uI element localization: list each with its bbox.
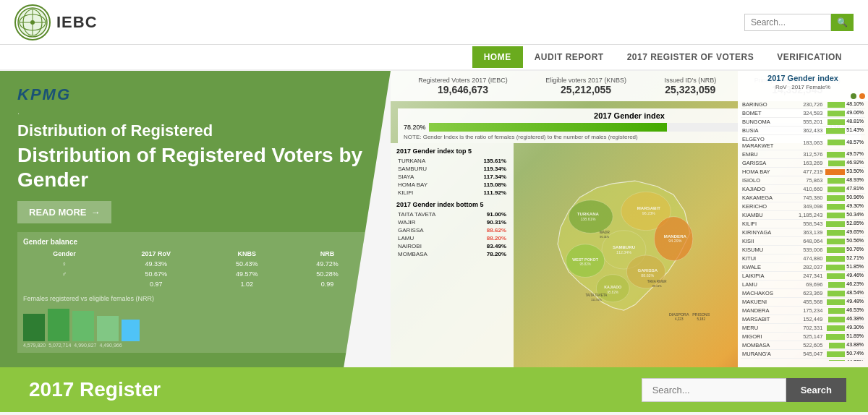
table-row: BUNGOMA555,201 48.81% <box>741 118 865 127</box>
table-row: BOMET324,583 49.06% <box>741 109 865 118</box>
svg-text:PRISONS: PRISONS <box>692 312 710 317</box>
nav-item-verification[interactable]: VERIFICATION <box>765 46 854 68</box>
table-row: GARISSA 88.62% <box>396 226 508 234</box>
green-dot <box>851 93 856 99</box>
table-row: HOMA BAY 115.08% <box>396 181 508 189</box>
table-row: HOMA BAY477,219 53.50% <box>741 168 865 176</box>
table-row: ♀ 49.33% 50.43% 49.72% <box>23 259 367 269</box>
site-title: IEBC <box>56 13 98 32</box>
gender-table: Gender 2017 RoV KNBS NRB ♀ 49.33% 50.43%… <box>23 249 367 289</box>
right-panel: Registered Voters 2017 (IEBC) 19,646,673… <box>391 71 868 367</box>
table-row: BARINGO230,726 48.10% <box>741 100 865 109</box>
svg-text:MARSABIT: MARSABIT <box>637 205 660 210</box>
bottom-title: 2017 Register <box>29 378 161 401</box>
table-row: ELGEYO MARAKWET183,063 48.57% <box>741 135 865 150</box>
bar-5 <box>122 320 140 341</box>
svg-text:GARISSA: GARISSA <box>637 268 658 273</box>
logo-icon <box>14 4 51 40</box>
table-row: BUSIA362,433 51.43% <box>741 127 865 135</box>
table-row: ISIOLO75,863 48.93% <box>741 176 865 185</box>
svg-text:99.11%: 99.11% <box>652 285 663 288</box>
table-row: KITUI474,880 52.71% <box>741 254 865 263</box>
header-right: 🔍 <box>744 14 854 31</box>
table-row: MAKUENI455,568 49.48% <box>741 298 865 307</box>
table-row: EMBU312,576 49.57% <box>741 150 865 159</box>
svg-text:96.23%: 96.23% <box>642 211 655 215</box>
stat-nrb: Issued ID's (NRB) 25,323,059 <box>664 77 716 95</box>
table-row: KWALE282,037 51.85% <box>741 263 865 272</box>
svg-text:88.62%: 88.62% <box>641 273 654 278</box>
bottom5-table: TAITA TAVETA 91.00% WAJIR 90.31% GARISSA… <box>396 210 508 258</box>
bottom-search-input[interactable] <box>642 378 786 402</box>
svg-text:WAJIR: WAJIR <box>600 231 610 234</box>
table-row: NAIROBI 83.49% <box>396 242 508 250</box>
bar-labels: 4,579,820 5,072,714 4,990,827 4,490,966 <box>23 343 367 348</box>
header-search-input[interactable] <box>744 14 831 31</box>
nav-item-audit[interactable]: AUDIT REPORT <box>523 46 616 68</box>
svg-text:MANDERA: MANDERA <box>664 234 687 239</box>
table-row: TURKANA 135.61% <box>396 157 508 165</box>
table-row: MARSABIT152,449 46.38% <box>741 315 865 324</box>
banner-subtitle: Distribution of Registered <box>17 121 373 140</box>
gender-balance-title: Gender balance <box>23 238 367 246</box>
table-row: KILIFI 111.92% <box>396 189 508 197</box>
banner-title: Distribution of Registered Voters by Gen… <box>17 143 373 192</box>
kpmg-logo: KPMG <box>17 85 373 104</box>
bar-2 <box>48 309 69 341</box>
svg-text:SAMBURU: SAMBURU <box>613 244 636 249</box>
svg-text:WEST POKOT: WEST POKOT <box>572 257 599 262</box>
chart-preview: Gender balance Gender 2017 RoV KNBS NRB … <box>17 232 373 353</box>
svg-text:4,223: 4,223 <box>675 317 684 321</box>
svg-text:TAITA TAVETA: TAITA TAVETA <box>585 294 608 297</box>
nav-item-register[interactable]: 2017 REGISTER OF VOTERS <box>616 46 766 68</box>
right-table-subtitle: RoV 2017 Female% <box>741 84 865 90</box>
bar-chart <box>23 305 367 341</box>
table-row: KIRINYAGA363,139 49.65% <box>741 228 865 237</box>
svg-text:95.82%: 95.82% <box>579 262 590 266</box>
svg-text:KAJIADO: KAJIADO <box>604 285 621 289</box>
table-row: MOMBASA522,605 43.88% <box>741 341 865 350</box>
right-table: 2017 Gender index RoV 2017 Female% BARIN… <box>738 71 868 367</box>
stat-iebc: Registered Voters 2017 (IEBC) 19,646,673 <box>418 77 508 95</box>
dot-indicator: . <box>17 107 373 116</box>
table-row: MANDERA175,234 46.53% <box>741 307 865 315</box>
logo-area: IEBC <box>14 4 98 40</box>
table-row: LAIKIPIA247,341 49.46% <box>741 272 865 281</box>
svg-text:TURKANA: TURKANA <box>577 211 600 216</box>
table-row: 0.97 1.02 0.99 <box>23 279 367 289</box>
table-row: KIAMBU1,185,243 50.34% <box>741 211 865 220</box>
table-row: KISUMU539,006 50.76% <box>741 246 865 254</box>
read-more-button[interactable]: READ MORE → <box>17 201 111 223</box>
header-search[interactable]: 🔍 <box>744 14 854 31</box>
bottom-strip: 2017 Register Search <box>0 367 868 412</box>
kenya-map: TURKANA 138.61% MARSABIT 96.23% MANDERA … <box>514 143 734 367</box>
map-data-overlay: 2017 Gender index top 5 TURKANA 135.61% … <box>391 143 734 367</box>
header-search-button[interactable]: 🔍 <box>831 14 854 31</box>
map-svg: TURKANA 138.61% MARSABIT 96.23% MANDERA … <box>514 143 734 367</box>
table-row: MACHAKOS623,369 48.54% <box>741 289 865 298</box>
nav-item-home[interactable]: HOME <box>472 46 523 68</box>
right-table-title: 2017 Gender index <box>741 74 865 82</box>
table-row: MIGORI525,147 51.89% <box>741 333 865 341</box>
table-row: KERICHO349,098 49.30% <box>741 202 865 211</box>
main-banner: KPMG . Distribution of Registered Distri… <box>0 71 868 367</box>
right-table-scroll[interactable]: BARINGO230,726 48.10% BOMET324,583 49.06… <box>741 100 865 361</box>
stat-knbs: Eligible voters 2017 (KNBS) 25,212,055 <box>545 77 626 95</box>
top-bottom-panel: 2017 Gender index top 5 TURKANA 135.61% … <box>391 143 514 367</box>
svg-text:TANA RIVER: TANA RIVER <box>647 280 667 283</box>
table-row: KISII648,064 50.56% <box>741 237 865 246</box>
svg-text:90.31%: 90.31% <box>600 236 610 239</box>
bar-4 <box>97 316 119 341</box>
table-row: GARISSA163,269 46.92% <box>741 159 865 168</box>
table-row: ♂ 50.67% 49.57% 50.28% <box>23 269 367 279</box>
table-row: KAKAMEGA745,380 50.96% <box>741 194 865 202</box>
bottom-search-area: Search <box>642 378 846 402</box>
table-row: LAMU 88.20% <box>396 234 508 242</box>
table-row: LAMU69,696 46.23% <box>741 281 865 289</box>
svg-text:94.29%: 94.29% <box>668 239 681 243</box>
table-row: MURANG'A545,047 50.74% <box>741 350 865 359</box>
bottom-search-button[interactable]: Search <box>786 378 846 402</box>
svg-text:DIASPORA: DIASPORA <box>669 312 689 317</box>
left-panel: KPMG . Distribution of Registered Distri… <box>0 71 391 367</box>
bar-1 <box>23 314 45 341</box>
